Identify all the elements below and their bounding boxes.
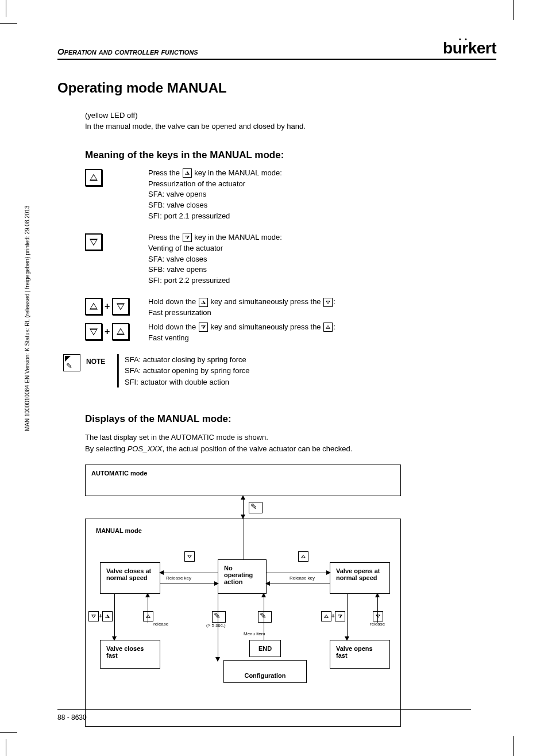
intro-text: (yellow LED off) In the manual mode, the… [85,110,496,132]
down-key-small-icon [184,551,195,562]
up-key-small-icon [102,611,113,621]
release-label: release [370,621,385,627]
displays-text: The last display set in the AUTOMATIC mo… [85,432,496,454]
page-footer: 88 - 8630 [57,709,471,722]
displays-heading: Displays of the MANUAL mode: [85,413,496,425]
down-key-inline-icon [183,233,192,242]
hand-icon [212,611,226,623]
note-block: NOTE SFA: actuator closing by spring for… [63,354,496,388]
opens-normal-box: Valve opens at normal speed [330,562,390,594]
automatic-mode-box: AUTOMATIC mode [85,465,401,496]
note-label: NOTE [86,354,110,366]
down-key-small-icon [373,611,383,621]
up-key-inline-icon [323,323,333,332]
five-sec-label: (> 5 sec.) [206,623,226,628]
mode-diagram: AUTOMATIC mode MANUAL mode Valve closes … [85,465,401,727]
keys-heading: Meaning of the keys in the MANUAL mode: [85,149,496,161]
hand-icon [249,502,263,513]
down-key-inline-icon [199,323,208,332]
up-key-small-icon [143,611,153,621]
down-key-block: Press the key in the MANUAL mode: Ventin… [85,232,496,286]
closes-fast-box: Valve closes fast [100,640,160,669]
note-icon [63,354,80,371]
menu-item-label: Menu item [244,631,265,636]
release-key-label: Release key [166,575,191,581]
no-action-box: No operating action [218,559,267,594]
down-key-small-icon [88,611,99,621]
up-key-icon [85,298,102,315]
down-key-inline-icon [323,298,333,307]
combo1-block: + Hold down the key and simultaneously p… [85,297,496,318]
combo2-block: + Hold down the key and simultaneously p… [85,322,496,344]
down-key-small-icon [335,611,345,621]
closes-normal-box: Valve closes at normal speed [100,562,160,594]
page-title: Operating mode MANUAL [57,80,496,96]
up-key-inline-icon [183,168,192,178]
side-print-info: MAN 1000010084 EN Version: K Status: RL … [24,206,30,431]
hand-icon [258,611,272,623]
up-key-icon [112,323,129,340]
down-key-icon [112,298,129,315]
end-box: END [249,640,281,657]
opens-fast-box: Valve opens fast [330,640,390,669]
up-key-inline-icon [199,298,208,307]
brand-logo: • • burkert [443,40,496,56]
up-key-icon [85,169,102,186]
up-key-small-icon [298,551,308,562]
up-key-small-icon [321,611,331,621]
release-key-label: Release key [290,575,315,581]
manual-mode-box: MANUAL mode [91,525,264,536]
up-key-block: Press the key in the MANUAL mode: Pressu… [85,168,496,222]
header-section-title: Operation and controller functions [57,47,198,56]
down-key-icon [85,323,102,340]
down-key-icon [85,233,102,251]
page-header: Operation and controller functions • • b… [57,40,496,60]
configuration-box: Configuration [223,660,307,683]
release-label: release [153,621,168,627]
